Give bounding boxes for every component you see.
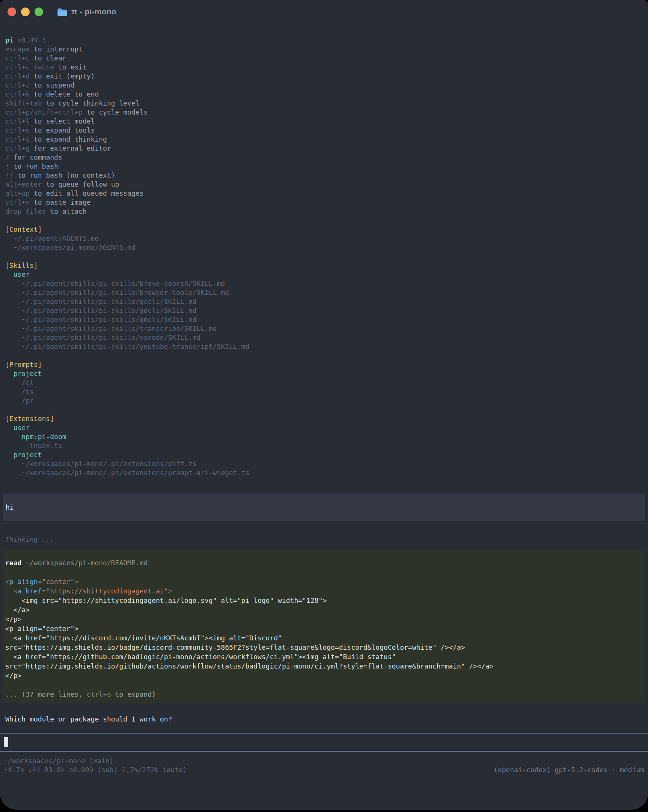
prompt-input[interactable] xyxy=(0,733,648,751)
terminal-line: src="https://img.shields.io/github/actio… xyxy=(3,661,645,671)
terminal-line: ctrl+g for external editor xyxy=(0,144,648,153)
terminal-line: escape to interrupt xyxy=(0,45,648,54)
terminal-line: [Skills] xyxy=(0,261,648,270)
terminal-line: ctrl+t to expand thinking xyxy=(0,135,648,144)
terminal-line: /cl xyxy=(0,378,648,387)
terminal-window: π - pi-mono pi v0.49.3escape to interrup… xyxy=(0,0,648,810)
tool-call-block: read ~/workspaces/pi-mono/README.md <p a… xyxy=(3,549,645,704)
terminal-line: user xyxy=(0,423,648,432)
terminal-line: [Prompts] xyxy=(0,360,648,369)
terminal-line: <a href="https://discord.com/invite/nKXT… xyxy=(3,633,645,643)
terminal-line: ctrl+p/shift+ctrl+p to cycle models xyxy=(0,108,648,117)
maximize-button[interactable] xyxy=(35,8,43,16)
terminal-line xyxy=(0,351,648,360)
terminal-line xyxy=(0,252,648,261)
terminal-line: ctrl+c to clear xyxy=(0,54,648,63)
terminal-line: npm:pi-doom xyxy=(0,432,648,441)
terminal-line xyxy=(0,405,648,414)
user-message-text: hi xyxy=(3,503,645,512)
terminal-line: </p> xyxy=(3,614,645,624)
terminal-line: ~/.pi/agent/skills/pi-skills/brave-searc… xyxy=(0,279,648,288)
terminal-line: ~/.pi/agent/skills/pi-skills/transcribe/… xyxy=(0,324,648,333)
terminal-line: index.ts xyxy=(0,441,648,450)
terminal-line: src="https://img.shields.io/badge/discor… xyxy=(3,643,645,652)
terminal-line: ctrl+z to suspend xyxy=(0,81,648,90)
window-titlebar: π - pi-mono xyxy=(0,0,648,23)
terminal-line: alt+up to edit all queued messages xyxy=(0,189,648,198)
terminal-line: /pr xyxy=(0,396,648,405)
terminal-line: ~/.pi/agent/skills/pi-skills/gccli/SKILL… xyxy=(0,297,648,306)
terminal-line: ~/.pi/agent/skills/pi-skills/youtube-tra… xyxy=(0,342,648,351)
terminal-line: ctrl+k to delete to end xyxy=(0,90,648,99)
terminal-line: / for commands xyxy=(0,153,648,162)
terminal-line: <a href="https://github.com/badlogic/pi-… xyxy=(3,652,645,661)
terminal-line: <img src="https://shittycodingagent.ai/l… xyxy=(3,596,645,605)
terminal-line: </a> xyxy=(3,605,645,614)
close-button[interactable] xyxy=(8,8,16,16)
terminal-line: ~/.pi/agent/skills/pi-skills/vscode/SKIL… xyxy=(0,333,648,342)
terminal-line: [Context] xyxy=(0,225,648,234)
terminal-line: ~/.pi/agent/skills/pi-skills/browser-too… xyxy=(0,288,648,297)
terminal-line: user xyxy=(0,270,648,279)
terminal-line: [Extensions] xyxy=(0,414,648,423)
terminal-line: <a href="https://shittycodingagent.ai"> xyxy=(3,586,645,596)
status-model-info: (openai-codex) gpt-5.2-codex · medium xyxy=(494,765,644,774)
user-message-band: hi xyxy=(3,493,645,521)
terminal-line: ctrl+d to exit (empty) xyxy=(0,72,648,81)
terminal-line: ctrl+o to expand tools xyxy=(0,126,648,135)
text-cursor xyxy=(4,737,8,747)
terminal-line: shift+tab to cycle thinking level xyxy=(0,99,648,108)
terminal-line: ... (37 more lines, ctrl+o to expand) xyxy=(3,690,645,699)
terminal-line: alt+enter to queue follow-up xyxy=(0,180,648,189)
terminal-line: <p align="center"> xyxy=(3,624,645,633)
window-title: π - pi-mono xyxy=(71,7,116,16)
minimize-button[interactable] xyxy=(21,8,30,16)
terminal-line: pi v0.49.3 xyxy=(0,36,648,45)
terminal-line: !! to run bash (no context) xyxy=(0,171,648,180)
terminal-line: /is xyxy=(0,387,648,396)
terminal-content: pi v0.49.3escape to interruptctrl+c to c… xyxy=(0,23,648,774)
terminal-line: ctrl+l to select model xyxy=(0,117,648,126)
terminal-line: <p align="center"> xyxy=(3,577,645,586)
folder-icon xyxy=(57,8,67,16)
terminal-line: </p> xyxy=(3,671,645,680)
terminal-line: ~/workspaces/pi-mono/.pi/extensions/diff… xyxy=(0,459,648,469)
status-cwd-branch: ~/workspaces/pi-mono (main) xyxy=(4,756,114,765)
terminal-line: drop files to attach xyxy=(0,207,648,216)
terminal-line xyxy=(3,568,645,577)
terminal-line: ~/.pi/agent/skills/pi-skills/gdcli/SKILL… xyxy=(0,306,648,315)
terminal-line: ~/.pi/agent/AGENTS.md xyxy=(0,234,648,243)
terminal-line xyxy=(0,216,648,225)
terminal-line: project xyxy=(0,450,648,459)
startup-help-and-config: pi v0.49.3escape to interruptctrl+c to c… xyxy=(0,36,648,477)
terminal-line: ~/workspaces/pi-mono/AGENTS.md xyxy=(0,243,648,252)
assistant-message-text: Which module or package should I work on… xyxy=(0,715,648,724)
terminal-line: read ~/workspaces/pi-mono/README.md xyxy=(3,558,645,568)
terminal-line: ~/.pi/agent/skills/pi-skills/gmcli/SKILL… xyxy=(0,315,648,324)
terminal-line: ctrl+c twice to exit xyxy=(0,63,648,72)
terminal-line xyxy=(3,680,645,690)
status-bar: ~/workspaces/pi-mono (main) ↑4.7k ↓44 R3… xyxy=(0,756,648,774)
terminal-line: ~/workspaces/pi-mono/.pi/extensions/prom… xyxy=(0,469,648,477)
terminal-line: project xyxy=(0,369,648,378)
terminal-line: ctrl+v to paste image xyxy=(0,198,648,207)
terminal-line: ! to run bash xyxy=(0,162,648,171)
status-token-metrics: ↑4.7k ↓44 R3.8k $0.009 (sub) 1.7%/272k (… xyxy=(4,765,187,774)
thinking-indicator: Thinking ... xyxy=(0,535,648,544)
